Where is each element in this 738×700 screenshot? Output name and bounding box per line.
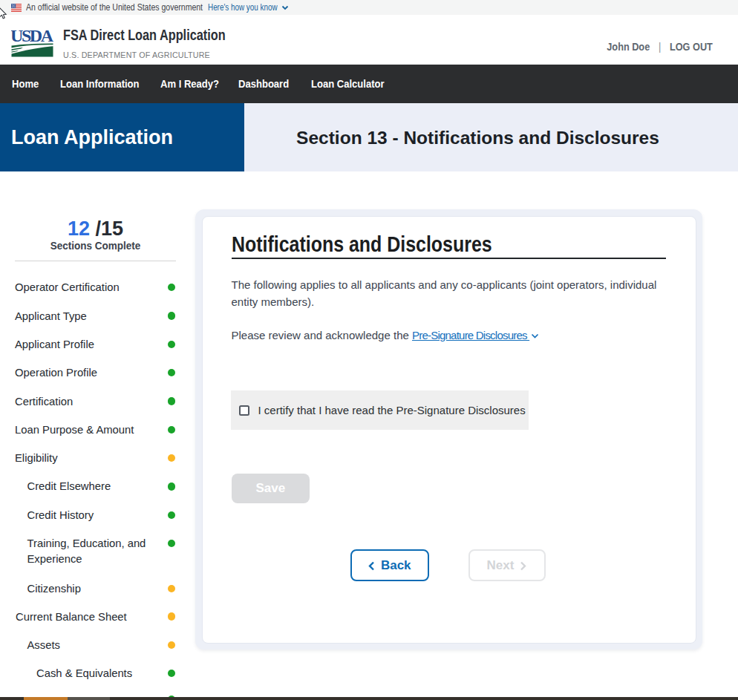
svg-text:USDA: USDA (11, 29, 53, 45)
